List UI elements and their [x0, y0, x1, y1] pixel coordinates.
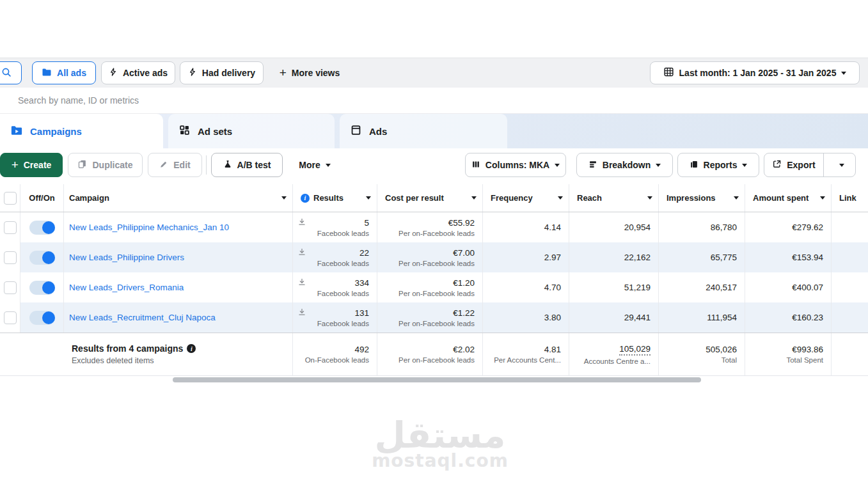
sort-caret-icon[interactable] [734, 196, 739, 200]
results-label: Facebook leads [317, 320, 369, 327]
chevron-down-icon [841, 72, 846, 75]
impressions-value: 240,517 [706, 283, 737, 292]
campaign-name-link[interactable]: New Leads_Philippine Drivers [64, 253, 184, 262]
export-dropdown-button[interactable] [829, 153, 855, 176]
column-header-link[interactable]: Link [832, 184, 868, 212]
impressions-value: 111,954 [707, 313, 737, 322]
ab-test-label: A/B test [237, 160, 271, 170]
tab-campaigns[interactable]: Campaigns [0, 114, 163, 148]
frequency-value: 2.97 [544, 253, 561, 262]
row-checkbox[interactable] [4, 281, 17, 294]
active-ads-button[interactable]: Active ads [101, 61, 175, 84]
columns-button[interactable]: Columns: MKA [465, 153, 566, 177]
column-header-cost-per-result[interactable]: Cost per result [377, 184, 483, 212]
sort-caret-icon[interactable] [820, 196, 825, 200]
ab-test-button[interactable]: A/B test [211, 153, 283, 177]
summary-spent-label: Total Spent [786, 356, 823, 364]
download-icon[interactable] [298, 217, 306, 228]
reach-value: 29,441 [624, 313, 651, 322]
campaign-name-link[interactable]: New Leads_Drivers_Romania [64, 283, 184, 292]
sort-caret-icon[interactable] [647, 196, 652, 200]
row-checkbox[interactable] [4, 221, 17, 234]
search-icon [1, 67, 12, 79]
breakdown-button[interactable]: Breakdown [576, 153, 673, 177]
summary-reach-value[interactable]: 105,029 [619, 344, 651, 356]
results-label: Facebook leads [317, 290, 369, 297]
chevron-down-icon [742, 164, 747, 167]
cost-label: Per on-Facebook leads [398, 260, 475, 267]
more-label: More [299, 160, 320, 170]
search-bar [0, 88, 868, 114]
spent-value: €400.07 [792, 283, 823, 292]
column-header-campaign[interactable]: Campaign [64, 184, 293, 212]
table-row: New Leads_Philippine Mechanics_Jan 10 5F… [0, 212, 868, 242]
row-checkbox[interactable] [4, 311, 17, 324]
cost-value: €1.22 [453, 308, 475, 318]
tab-ads-label: Ads [369, 126, 387, 137]
column-header-amount-spent[interactable]: Amount spent [745, 184, 832, 212]
table-row: New Leads_Drivers_Romania 334Facebook le… [0, 272, 868, 302]
sort-caret-icon[interactable] [471, 196, 477, 200]
ads-page-icon [350, 124, 362, 138]
column-header-impressions[interactable]: Impressions [659, 184, 745, 212]
results-value: 334 [354, 278, 369, 288]
duplicate-label: Duplicate [92, 160, 132, 170]
campaign-name-link[interactable]: New Leads_Recruitment_Cluj Napoca [64, 313, 216, 322]
create-button[interactable]: + Create [0, 153, 63, 177]
impressions-value: 86,780 [711, 223, 737, 232]
column-header-frequency[interactable]: Frequency [483, 184, 569, 212]
info-icon[interactable] [187, 344, 196, 353]
sort-caret-icon[interactable] [366, 196, 371, 200]
cost-label: Per on-Facebook leads [398, 320, 475, 327]
chevron-down-icon [326, 164, 331, 167]
tab-ad-sets[interactable]: Ad sets [168, 114, 335, 148]
horizontal-scrollbar[interactable] [173, 377, 701, 382]
search-input[interactable] [0, 88, 849, 113]
all-ads-button[interactable]: All ads [32, 61, 96, 84]
spent-value: €279.62 [792, 223, 823, 232]
edit-button[interactable]: Edit [148, 153, 202, 177]
all-ads-label: All ads [57, 68, 86, 78]
campaign-toggle[interactable] [29, 281, 55, 295]
lightning-icon [109, 67, 118, 79]
download-icon[interactable] [298, 277, 306, 288]
campaign-toggle[interactable] [29, 251, 55, 265]
column-header-results[interactable]: Results [293, 184, 377, 212]
toggle-knob [42, 221, 55, 234]
chevron-down-icon [656, 164, 661, 167]
date-range-label: Last month: 1 Jan 2025 - 31 Jan 2025 [679, 68, 837, 78]
had-delivery-button[interactable]: Had delivery [180, 61, 264, 84]
had-delivery-label: Had delivery [202, 68, 255, 78]
summary-spent-value: €993.86 [792, 345, 823, 354]
summary-subtitle: Excludes deleted items [72, 356, 154, 365]
sort-caret-icon[interactable] [558, 196, 563, 200]
info-icon[interactable] [301, 194, 310, 203]
level-tab-band: Campaigns Ad sets Ads [0, 114, 868, 148]
select-all-checkbox[interactable] [4, 192, 17, 205]
table-header-row: Off/On Campaign Results Cost per result … [0, 184, 868, 212]
tab-ads[interactable]: Ads [340, 114, 507, 148]
campaign-toggle[interactable] [29, 221, 55, 235]
results-label: Facebook leads [317, 260, 369, 267]
column-header-reach[interactable]: Reach [569, 184, 659, 212]
campaign-name-link[interactable]: New Leads_Philippine Mechanics_Jan 10 [64, 223, 229, 232]
results-value: 5 [364, 218, 369, 228]
row-checkbox[interactable] [4, 251, 17, 264]
reports-button[interactable]: Reports [677, 153, 759, 177]
toggle-knob [42, 311, 55, 324]
summary-frequency-value: 4.81 [544, 345, 561, 354]
reach-value: 22,162 [624, 253, 651, 262]
edit-label: Edit [173, 160, 190, 170]
download-icon[interactable] [298, 307, 306, 318]
download-icon[interactable] [298, 247, 306, 258]
search-button[interactable] [0, 61, 22, 84]
campaign-toggle[interactable] [29, 311, 55, 325]
more-views-button[interactable]: + More views [272, 61, 347, 84]
duplicate-button[interactable]: Duplicate [68, 153, 143, 177]
date-range-button[interactable]: Last month: 1 Jan 2025 - 31 Jan 2025 [650, 61, 860, 84]
columns-label: Columns: MKA [485, 160, 549, 170]
export-button[interactable]: Export [764, 153, 824, 176]
more-button[interactable]: More [289, 153, 340, 177]
summary-results-value: 492 [354, 345, 369, 354]
sort-caret-icon[interactable] [281, 196, 287, 200]
